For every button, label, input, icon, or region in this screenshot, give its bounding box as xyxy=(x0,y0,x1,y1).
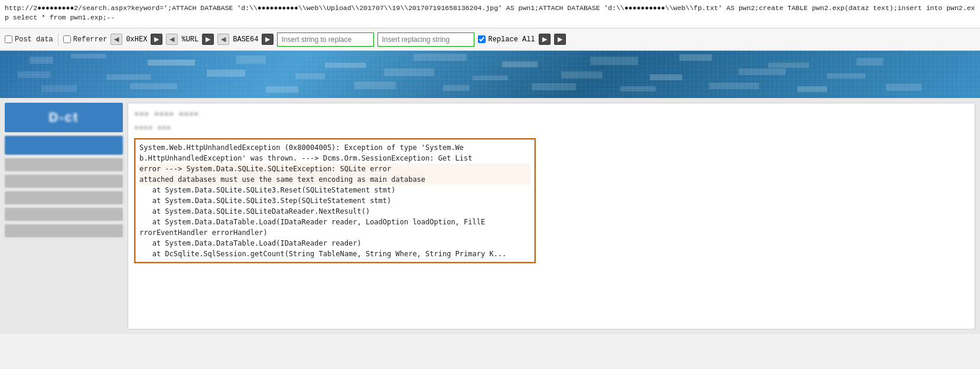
error-line-6: at System.Data.SQLite.SQLite3.Step(SQLit… xyxy=(139,195,530,206)
web-main-subtitle: ●●●● ●●● xyxy=(134,123,969,132)
base64-left-arrow[interactable]: ◀ xyxy=(217,34,229,45)
post-data-item[interactable]: Post data xyxy=(5,35,53,44)
sidebar-block-1 xyxy=(5,136,123,155)
separator-1 xyxy=(58,33,58,46)
webpage-area: D-ct ●●● ●●●● ●●●● ●●●● ●●● System.Web.H… xyxy=(0,51,980,369)
sidebar-item-5[interactable] xyxy=(5,224,123,237)
web-sidebar: D-ct xyxy=(5,103,123,329)
error-line-1: System.Web.HttpUnhandledException (0x800… xyxy=(139,142,530,153)
replace-all-area[interactable]: Replace All xyxy=(478,35,535,44)
error-line-4: attached databases must use the same tex… xyxy=(139,174,530,185)
oxhex-left-arrow[interactable]: ◀ xyxy=(110,34,122,45)
toolbar: Post data Referrer ◀ 0xHEX ▶ ◀ %URL ▶ ◀ … xyxy=(0,28,980,51)
sidebar-logo: D-ct xyxy=(5,103,123,132)
error-line-10: at System.Data.DataTable.Load(IDataReade… xyxy=(139,238,530,249)
error-line-11: at DcSqlite.SqlSession.getCount(String T… xyxy=(139,249,530,259)
sidebar-item-3[interactable] xyxy=(5,191,123,204)
base64-label: BASE64 xyxy=(233,35,258,44)
referrer-item[interactable]: Referrer xyxy=(63,35,108,44)
post-data-label: Post data xyxy=(15,35,53,44)
url-right-arrow[interactable]: ▶ xyxy=(202,34,214,45)
replace-all-label: Replace All xyxy=(488,35,535,44)
error-line-7: at System.Data.SQLite.SQLiteDataReader.N… xyxy=(139,206,530,217)
url-bar: http://2●●●●●●●●●2/search.aspx?keyword='… xyxy=(0,0,980,28)
sidebar-item-2[interactable] xyxy=(5,175,123,188)
referrer-label: Referrer xyxy=(73,35,108,44)
oxhex-label: 0xHEX xyxy=(126,35,147,44)
web-main-title: ●●● ●●●● ●●●● xyxy=(134,109,969,119)
replace-right-arrow-1[interactable]: ▶ xyxy=(539,34,551,45)
error-box: System.Web.HttpUnhandledException (0x800… xyxy=(134,138,536,263)
error-text-area[interactable]: System.Web.HttpUnhandledException (0x800… xyxy=(135,139,535,262)
insert-string-input[interactable] xyxy=(277,32,374,47)
error-line-3: error ---> System.Data.SQLite.SQLiteExce… xyxy=(139,164,530,174)
error-line-9: rrorEventHandler errorHandler) xyxy=(139,227,530,238)
oxhex-right-arrow[interactable]: ▶ xyxy=(151,34,162,45)
sidebar-item-1[interactable] xyxy=(5,158,123,171)
insert-replacing-input[interactable] xyxy=(377,32,474,47)
sidebar-item-4[interactable] xyxy=(5,208,123,221)
base64-right-arrow[interactable]: ▶ xyxy=(262,34,274,45)
main-content: D-ct ●●● ●●●● ●●●● ●●●● ●●● System.Web.H… xyxy=(0,51,980,369)
error-line-8: at System.Data.DataTable.Load(IDataReade… xyxy=(139,217,530,227)
web-header-banner xyxy=(0,51,980,98)
post-data-checkbox[interactable] xyxy=(5,35,12,43)
web-main-area: ●●● ●●●● ●●●● ●●●● ●●● System.Web.HttpUn… xyxy=(128,103,975,329)
error-line-5: at System.Data.SQLite.SQLite3.Reset(SQLi… xyxy=(139,185,530,195)
url-text: http://2●●●●●●●●●2/search.aspx?keyword='… xyxy=(5,4,975,22)
url-left-arrow[interactable]: ◀ xyxy=(166,34,178,45)
sidebar-logo-text: D-ct xyxy=(49,110,79,125)
url-label: %URL xyxy=(181,35,198,44)
error-line-2: b.HttpUnhandledException' was thrown. --… xyxy=(139,153,530,164)
referrer-checkbox[interactable] xyxy=(63,35,71,43)
web-body: D-ct ●●● ●●●● ●●●● ●●●● ●●● System.Web.H… xyxy=(0,98,980,334)
replace-right-arrow-2[interactable]: ▶ xyxy=(554,34,566,45)
replace-all-checkbox[interactable] xyxy=(478,35,486,43)
